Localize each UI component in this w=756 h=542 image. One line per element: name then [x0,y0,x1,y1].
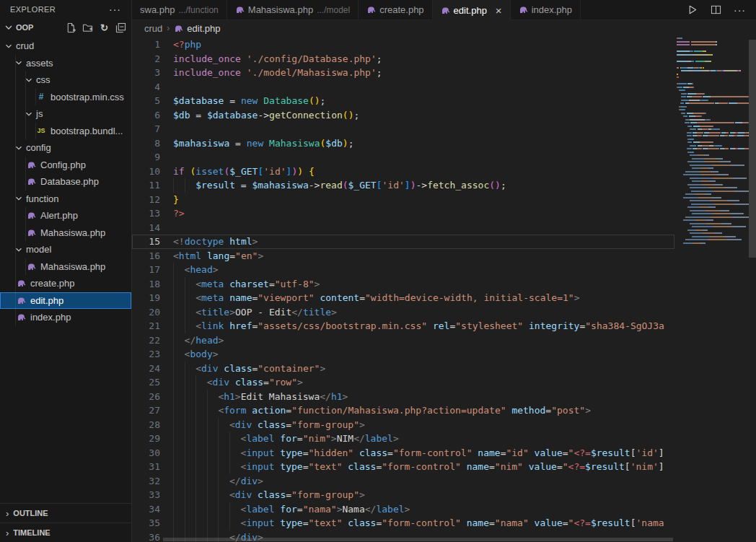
tree-folder-config[interactable]: config [0,139,131,157]
tab-swa-php[interactable]: swa.php.../function [132,0,227,19]
line-number[interactable]: 14 [132,221,173,235]
line-number[interactable]: 12 [132,193,173,207]
line-number[interactable]: 26 [132,390,173,404]
more-actions-icon[interactable]: ··· [734,4,746,16]
code-line-23[interactable]: 23<body> [132,347,674,362]
code-line-13[interactable]: 13?> [132,206,674,221]
tree-folder-assets[interactable]: assets [0,55,131,72]
line-number[interactable]: 30 [132,446,173,460]
code-line-30[interactable]: 30<input type="hidden" class="form-contr… [132,446,674,460]
line-number[interactable]: 3 [132,66,173,80]
line-number[interactable]: 35 [132,516,173,530]
line-number[interactable]: 27 [132,403,173,418]
line-number[interactable]: 1 [132,38,173,52]
timeline-section-header[interactable]: › TIMELINE [0,523,131,542]
code-line-6[interactable]: 6$db = $database->getConnection(); [132,108,674,123]
tree-file-alert-php[interactable]: Alert.php [0,207,131,224]
line-number[interactable]: 10 [132,165,173,179]
line-number[interactable]: 17 [132,263,173,277]
code-line-10[interactable]: 10if (isset($_GET['id'])) { [132,165,674,179]
code-line-32[interactable]: 32</div> [132,474,674,489]
tree-file-index-php[interactable]: index.php [0,309,131,326]
tab-edit-php[interactable]: edit.php× [433,0,511,20]
code-line-14[interactable]: 14 [132,221,674,235]
tree-file-edit-php[interactable]: edit.php [0,292,131,310]
line-number[interactable]: 18 [132,277,173,292]
line-number[interactable]: 15 [132,235,173,249]
code-line-33[interactable]: 33<div class="form-group"> [132,488,674,502]
line-number[interactable]: 20 [132,305,173,320]
split-editor-icon[interactable] [710,4,722,16]
line-number[interactable]: 29 [132,432,173,446]
line-number[interactable]: 22 [132,333,173,348]
line-number[interactable]: 25 [132,375,173,390]
tree-file-bootstrap-bundl-[interactable]: JSbootstrap.bundl... [0,123,131,140]
code-line-1[interactable]: 1<?php [132,38,674,52]
line-number[interactable]: 8 [132,136,173,151]
code-line-20[interactable]: 20<title>OOP - Edit</title> [132,305,674,320]
line-number[interactable]: 13 [132,206,173,221]
minimap[interactable] [677,38,749,245]
code-line-35[interactable]: 35<input type="text" class="form-control… [132,516,674,530]
tab-create-php[interactable]: create.php [359,0,432,19]
code-line-19[interactable]: 19<meta name="viewport" content="width=d… [132,291,674,305]
tree-folder-js[interactable]: js [0,105,131,123]
line-number[interactable]: 34 [132,502,173,517]
refresh-icon[interactable]: ↻ [98,22,110,34]
line-number[interactable]: 5 [132,94,173,108]
code-line-28[interactable]: 28<div class="form-group"> [132,418,674,432]
line-number[interactable]: 6 [132,108,173,123]
tree-file-mahasiswa-php[interactable]: Mahasiswa.php [0,224,131,242]
code-line-15[interactable]: 15<!doctype html> [132,235,674,249]
code-line-27[interactable]: 27<form action="function/Mahasiswa.php?a… [132,403,674,418]
line-number[interactable]: 11 [132,178,173,193]
code-line-17[interactable]: 17<head> [132,263,674,277]
code-line-11[interactable]: 11$result = $mahasiswa->read($_GET['id']… [132,178,674,193]
code-line-31[interactable]: 31<input type="text" class="form-control… [132,460,674,474]
breadcrumb-item-crud[interactable]: crud [144,23,162,34]
tree-file-mahasiswa-php[interactable]: Mahasiswa.php [0,258,131,276]
line-number[interactable]: 23 [132,347,173,362]
code-line-24[interactable]: 24<div class="container"> [132,362,674,376]
breadcrumb-item-edit-php[interactable]: edit.php [174,23,220,34]
code-line-34[interactable]: 34<label for="nama">Nama</label> [132,502,674,517]
code-line-5[interactable]: 5$database = new Database(); [132,94,674,108]
line-number[interactable]: 7 [132,122,173,136]
code-line-3[interactable]: 3include_once './model/Mahasiswa.php'; [132,66,674,80]
tree-file-bootstrap-min-css[interactable]: #bootstrap.min.css [0,89,131,106]
tab-mahasiswa-php[interactable]: Mahasiswa.php.../model [227,0,359,19]
line-number[interactable]: 4 [132,80,173,95]
run-icon[interactable] [686,4,698,16]
close-icon[interactable]: × [496,5,502,16]
line-number[interactable]: 33 [132,488,173,502]
line-number[interactable]: 2 [132,52,173,66]
code-line-8[interactable]: 8$mahasiswa = new Mahasiswa($db); [132,136,674,151]
code-line-29[interactable]: 29<label for="nim">NIM</label> [132,432,674,446]
line-number[interactable]: 31 [132,460,173,474]
tree-folder-crud[interactable]: crud [0,38,131,55]
new-file-icon[interactable] [65,22,77,34]
line-number[interactable]: 9 [132,150,173,165]
code-line-26[interactable]: 26<h1>Edit Mahasiswa</h1> [132,390,674,404]
tree-file-create-php[interactable]: create.php [0,275,131,292]
outline-section-header[interactable]: › OUTLINE [0,503,131,523]
code-line-7[interactable]: 7 [132,122,674,136]
code-line-16[interactable]: 16<html lang="en"> [132,249,674,263]
code-line-25[interactable]: 25<div class="row"> [132,375,674,390]
vertical-scrollbar[interactable] [749,40,756,258]
tree-folder-css[interactable]: css [0,71,131,89]
new-folder-icon[interactable] [82,22,94,34]
explorer-more-icon[interactable]: ··· [109,4,121,15]
line-number[interactable]: 28 [132,418,173,432]
tree-folder-model[interactable]: model [0,241,131,258]
collapse-all-icon[interactable] [115,22,127,34]
code-line-21[interactable]: 21<link href="assets/css/bootstrap.min.c… [132,319,674,333]
tree-folder-function[interactable]: function [0,191,131,208]
code-line-2[interactable]: 2include_once './config/Database.php'; [132,52,674,66]
code-line-12[interactable]: 12} [132,193,674,207]
line-number[interactable]: 21 [132,319,173,333]
tree-file-database-php[interactable]: Database.php [0,173,131,191]
explorer-section-oop[interactable]: OOP ↻ [0,19,131,36]
code-line-9[interactable]: 9 [132,150,674,165]
tree-file-config-php[interactable]: Config.php [0,157,131,174]
